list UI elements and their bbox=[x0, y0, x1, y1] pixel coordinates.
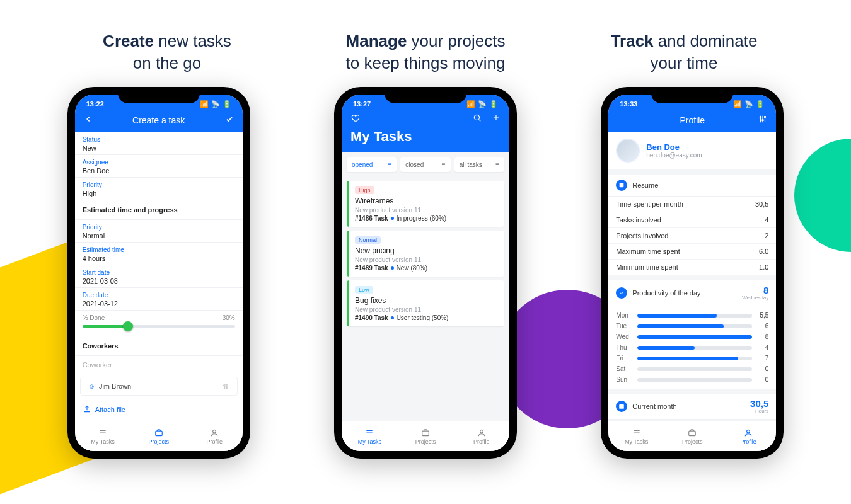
battery-icon: 🔋 bbox=[489, 100, 498, 108]
resume-row: Minimum time spent1.0 bbox=[608, 260, 776, 275]
settings-icon[interactable] bbox=[758, 115, 767, 126]
status-time: 13:27 bbox=[353, 100, 371, 108]
battery-icon: 🔋 bbox=[756, 100, 765, 108]
calendar-icon bbox=[616, 401, 627, 412]
svg-point-2 bbox=[474, 115, 479, 120]
task-card[interactable]: High Wireframes New product version 11 #… bbox=[347, 181, 504, 227]
svg-rect-0 bbox=[155, 431, 162, 436]
task-meta: #1490 TaskUser testing (50%) bbox=[355, 314, 498, 321]
priority-tag: Normal bbox=[355, 236, 381, 244]
profile-user[interactable]: Ben Doeben.doe@easy.com bbox=[608, 132, 776, 169]
page-title: Create a task bbox=[132, 115, 185, 125]
task-title: Wireframes bbox=[355, 197, 498, 205]
progress-slider[interactable]: % Done30% bbox=[75, 311, 243, 336]
svg-rect-3 bbox=[422, 431, 429, 436]
plus-icon[interactable] bbox=[492, 113, 501, 125]
coworker-chip[interactable]: ☺Jim Brown 🗑 bbox=[80, 377, 238, 396]
nav-profile[interactable]: Profile bbox=[721, 421, 777, 451]
tasks-list: High Wireframes New product version 11 #… bbox=[342, 177, 509, 421]
svg-point-5 bbox=[760, 117, 761, 118]
task-meta: #1489 TaskNew (80%) bbox=[355, 265, 498, 272]
wifi-icon: 📡 bbox=[744, 100, 753, 108]
task-card[interactable]: Low Bug fixes New product version 11 #14… bbox=[347, 280, 504, 326]
status-field[interactable]: StatusNew bbox=[75, 132, 243, 155]
svg-point-4 bbox=[480, 430, 483, 433]
priority2-field[interactable]: PriorityNormal bbox=[75, 220, 243, 243]
current-month-header: Current month 30,5Hours bbox=[608, 394, 776, 420]
task-title: New pricing bbox=[355, 246, 498, 255]
priority-tag: Low bbox=[355, 286, 373, 294]
trash-icon[interactable]: 🗑 bbox=[223, 382, 229, 390]
tab-opened[interactable]: opened≡ bbox=[347, 158, 397, 172]
task-project: New product version 11 bbox=[355, 256, 498, 263]
nav-profile[interactable]: Profile bbox=[187, 421, 243, 451]
productivity-icon bbox=[616, 287, 627, 299]
nav-my-tasks[interactable]: My Tasks bbox=[608, 421, 664, 451]
estimated-time-field[interactable]: Estimated time4 hours bbox=[75, 243, 243, 265]
start-date-field[interactable]: Start date2021-03-08 bbox=[75, 265, 243, 288]
nav-my-tasks[interactable]: My Tasks bbox=[342, 421, 398, 451]
battery-icon: 🔋 bbox=[223, 100, 231, 108]
confirm-icon[interactable] bbox=[225, 115, 234, 126]
filter-icon: ≡ bbox=[388, 161, 391, 168]
resume-header: Resume bbox=[608, 175, 776, 197]
svg-point-11 bbox=[747, 430, 750, 433]
priority-field[interactable]: PriorityHigh bbox=[75, 178, 243, 200]
task-card[interactable]: Normal New pricing New product version 1… bbox=[347, 231, 504, 277]
phone-create-task: 13:22 📶 📡 🔋 Create a task StatusNew Assi… bbox=[67, 87, 250, 459]
productivity-row: Thu4 bbox=[608, 342, 776, 353]
nav-my-tasks[interactable]: My Tasks bbox=[75, 421, 131, 451]
nav-projects[interactable]: Projects bbox=[664, 421, 721, 451]
productivity-row: Tue6 bbox=[608, 321, 776, 331]
svg-rect-9 bbox=[620, 404, 625, 409]
svg-point-1 bbox=[213, 430, 216, 433]
assignee-field[interactable]: AssigneeBen Doe bbox=[75, 155, 243, 178]
create-task-header: Create a task bbox=[75, 111, 243, 132]
wifi-icon: 📡 bbox=[211, 100, 220, 108]
avatar bbox=[616, 139, 640, 163]
headline-manage: Manage your projects to keep things movi… bbox=[296, 30, 555, 74]
filter-icon: ≡ bbox=[495, 161, 499, 168]
page-title: My Tasks bbox=[350, 129, 501, 145]
task-project: New product version 11 bbox=[355, 207, 498, 214]
productivity-row: Fri7 bbox=[608, 353, 776, 364]
task-project: New product version 11 bbox=[355, 306, 498, 313]
headline-track: Track and dominate your time bbox=[555, 30, 813, 74]
favorite-icon[interactable] bbox=[350, 113, 359, 125]
phone-my-tasks: 13:27 📶📡🔋 My Tasks opened≡ closed≡ all t… bbox=[334, 87, 517, 459]
status-time: 13:22 bbox=[86, 100, 104, 108]
productivity-row: Mon5,5 bbox=[608, 310, 776, 321]
wifi-icon: 📡 bbox=[478, 100, 487, 108]
user-icon: ☺ bbox=[88, 382, 95, 390]
nav-profile[interactable]: Profile bbox=[453, 421, 509, 451]
tab-closed[interactable]: closed≡ bbox=[400, 158, 450, 172]
productivity-header: Productivity of the day 8Wednesday bbox=[608, 280, 776, 306]
bottom-nav: My Tasks Projects Profile bbox=[75, 421, 243, 451]
status-time: 13:33 bbox=[620, 100, 637, 108]
productivity-row: Sat0 bbox=[608, 364, 776, 374]
nav-projects[interactable]: Projects bbox=[398, 421, 454, 451]
tab-all-tasks[interactable]: all tasks≡ bbox=[454, 158, 504, 172]
phone-profile: 13:33 📶📡🔋 Profile Ben Doeben.doe@easy.co… bbox=[601, 87, 784, 459]
due-date-field[interactable]: Due date2021-03-12 bbox=[75, 288, 243, 311]
resume-row: Projects involved2 bbox=[608, 228, 776, 244]
signal-icon: 📶 bbox=[466, 100, 475, 108]
coworker-input[interactable]: Coworker bbox=[75, 356, 243, 374]
bottom-nav: My Tasks Projects Profile bbox=[342, 421, 509, 451]
search-icon[interactable] bbox=[473, 113, 482, 125]
svg-rect-8 bbox=[620, 183, 624, 188]
resume-row: Time spent per month30,5 bbox=[608, 197, 776, 212]
attach-file-button[interactable]: Attach file bbox=[75, 398, 243, 421]
signal-icon: 📶 bbox=[733, 100, 742, 108]
resume-row: Maximum time spent6.0 bbox=[608, 244, 776, 260]
page-title: Profile bbox=[680, 115, 705, 125]
nav-projects[interactable]: Projects bbox=[130, 421, 187, 451]
productivity-row: Wed8 bbox=[608, 331, 776, 342]
productivity-row: Sun0 bbox=[608, 374, 776, 385]
back-icon[interactable] bbox=[84, 115, 93, 126]
svg-point-7 bbox=[765, 117, 766, 118]
priority-tag: High bbox=[355, 186, 374, 194]
signal-icon: 📶 bbox=[200, 100, 209, 108]
resume-icon bbox=[616, 180, 627, 191]
svg-point-6 bbox=[762, 120, 763, 121]
